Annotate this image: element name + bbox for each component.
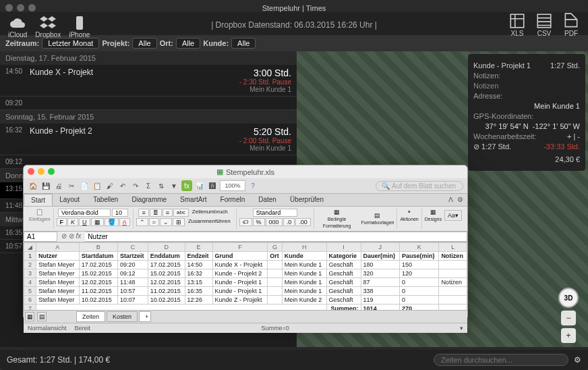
fx-icon[interactable]: fx [181, 180, 192, 191]
col-header[interactable]: L [439, 243, 467, 252]
format-painter-icon[interactable]: 🖌 [105, 180, 115, 191]
save-icon[interactable]: 💾 [40, 180, 51, 191]
header-cell[interactable]: Enddatum [148, 252, 185, 261]
dec-dec-button[interactable]: .00 [295, 218, 311, 226]
map-zoom-in[interactable]: + [561, 328, 576, 343]
export-csv[interactable]: CSV [535, 12, 553, 37]
row-header[interactable]: 7 [24, 305, 36, 311]
filter-ort[interactable]: Alle [176, 38, 200, 49]
data-cell[interactable] [439, 269, 467, 278]
valign-mid[interactable]: = [149, 218, 159, 226]
header-cell[interactable]: Pause(min) [399, 252, 438, 261]
filter-zeitraum[interactable]: Letzter Monat [42, 38, 99, 49]
data-cell[interactable]: 10.02.2015 [79, 296, 117, 305]
filter-icon[interactable]: ▼ [169, 180, 179, 191]
data-cell[interactable] [439, 287, 467, 296]
close-icon[interactable] [5, 4, 13, 11]
data-cell[interactable]: Stefan Meyer [36, 287, 80, 296]
data-cell[interactable]: 09:20 [118, 261, 148, 269]
data-cell[interactable]: Kunde Z - Projekt [212, 296, 268, 305]
home-icon[interactable]: 🏠 [28, 180, 38, 191]
print-icon[interactable]: 🖨 [53, 180, 64, 191]
font-family-select[interactable] [58, 209, 111, 217]
sheet-tab-kosten[interactable]: Kosten [107, 311, 138, 322]
data-cell[interactable]: 14:50 [185, 261, 212, 269]
underline-button[interactable]: U [79, 218, 90, 226]
data-cell[interactable]: 16:32 [185, 269, 212, 278]
row-header[interactable]: 2 [24, 261, 36, 269]
wrap-button[interactable]: abc [173, 209, 189, 217]
border-button[interactable]: ▦ [91, 218, 104, 226]
data-cell[interactable]: 15.02.2015 [148, 269, 185, 278]
data-cell[interactable]: Kunde - Projekt 1 [212, 287, 268, 296]
data-cell[interactable]: 17.02.2015 [79, 261, 117, 269]
view-normal-icon[interactable]: ▦ [25, 312, 34, 321]
bold-button[interactable]: F [57, 218, 67, 226]
week-toggle[interactable]: + | - [567, 132, 580, 140]
data-cell[interactable]: Geschäft [326, 278, 361, 287]
fx-label[interactable]: ⊘ ⊘ fx [57, 232, 85, 242]
filter-projekt[interactable]: Alle [132, 38, 156, 49]
data-cell[interactable] [268, 269, 283, 278]
font-color-button[interactable]: A [119, 218, 130, 226]
col-header[interactable]: D [148, 243, 185, 252]
data-cell[interactable]: 11.02.2015 [79, 287, 117, 296]
cut-icon[interactable]: ✂ [66, 180, 77, 191]
data-cell[interactable] [268, 261, 283, 269]
currency-button[interactable]: 🏷 [239, 218, 252, 226]
settings-icon[interactable]: ⚙ [574, 355, 581, 365]
excel-search[interactable]: 🔍Auf dem Blatt suchen [376, 181, 463, 191]
valign-top[interactable]: ⌃ [136, 218, 148, 226]
header-cell[interactable]: Kunde [282, 252, 326, 261]
chart-icon[interactable]: 📊 [194, 180, 205, 191]
data-cell[interactable]: 320 [361, 269, 399, 278]
data-cell[interactable]: 180 [361, 261, 399, 269]
redo-icon[interactable]: ↷ [130, 180, 141, 191]
merge-button[interactable]: ⊞ [173, 218, 185, 226]
valign-bot[interactable]: ⌄ [160, 218, 172, 226]
sort-icon[interactable]: ⇅ [156, 180, 167, 191]
data-cell[interactable]: Geschäft [326, 261, 361, 269]
col-header[interactable]: K [399, 243, 438, 252]
header-cell[interactable]: Kategorie [326, 252, 361, 261]
export-pdf[interactable]: PDF [562, 12, 580, 37]
autosum-icon[interactable]: Σ [143, 180, 154, 191]
data-cell[interactable] [268, 278, 283, 287]
data-cell[interactable]: Mein Kunde 1 [282, 261, 326, 269]
header-cell[interactable]: Grund [212, 252, 268, 261]
notes-value[interactable]: Notizen [473, 82, 498, 90]
align-left-button[interactable]: ≡ [138, 209, 148, 217]
header-cell[interactable]: Nutzer [36, 252, 80, 261]
copy-icon[interactable]: 📄 [79, 180, 90, 191]
entry-end-row[interactable]: 09:20 [0, 97, 297, 110]
data-cell[interactable]: Mein Kunde 2 [282, 296, 326, 305]
data-cell[interactable]: 13:15 [185, 278, 212, 287]
cell-reference[interactable] [24, 232, 57, 242]
select-all-cell[interactable]: ◢ [24, 243, 36, 252]
entry-row[interactable]: 16:32 Kunde - Projekt 2 5:20 Std. - 2:00… [0, 124, 297, 155]
data-cell[interactable]: 87 [361, 278, 399, 287]
data-cell[interactable]: 338 [361, 287, 399, 296]
data-cell[interactable]: 11.02.2015 [148, 287, 185, 296]
data-cell[interactable]: Kunde - Projekt 1 [212, 278, 268, 287]
data-cell[interactable]: Mein Kunde 1 [282, 287, 326, 296]
header-cell[interactable]: Endzeit [185, 252, 212, 261]
ribbon-tab-smartart[interactable]: SmartArt [173, 194, 213, 206]
data-cell[interactable] [268, 296, 283, 305]
styles-icon[interactable]: ▤ [361, 212, 394, 219]
data-cell[interactable]: Stefan Meyer [36, 269, 80, 278]
data-cell[interactable]: 0 [399, 287, 438, 296]
data-cell[interactable]: Mein Kunde 1 [282, 269, 326, 278]
data-cell[interactable]: 12.02.2015 [148, 278, 185, 287]
minimize-icon[interactable] [17, 4, 24, 11]
ribbon-tab-start[interactable]: Start [24, 194, 53, 206]
row-header[interactable]: 3 [24, 269, 36, 278]
row-header[interactable]: 6 [24, 296, 36, 305]
export-xls[interactable]: XLS [508, 12, 526, 37]
spreadsheet-grid[interactable]: ◢ABCDEFGHIJKL1NutzerStartdatumStartzeitE… [24, 242, 467, 310]
designs-icon[interactable]: ▦ [425, 209, 442, 215]
col-header[interactable]: B [79, 243, 117, 252]
cond-format-icon[interactable]: ▦ [317, 209, 357, 215]
ribbon-tab-überprüfen[interactable]: Überprüfen [283, 194, 330, 206]
col-header[interactable]: C [118, 243, 148, 252]
